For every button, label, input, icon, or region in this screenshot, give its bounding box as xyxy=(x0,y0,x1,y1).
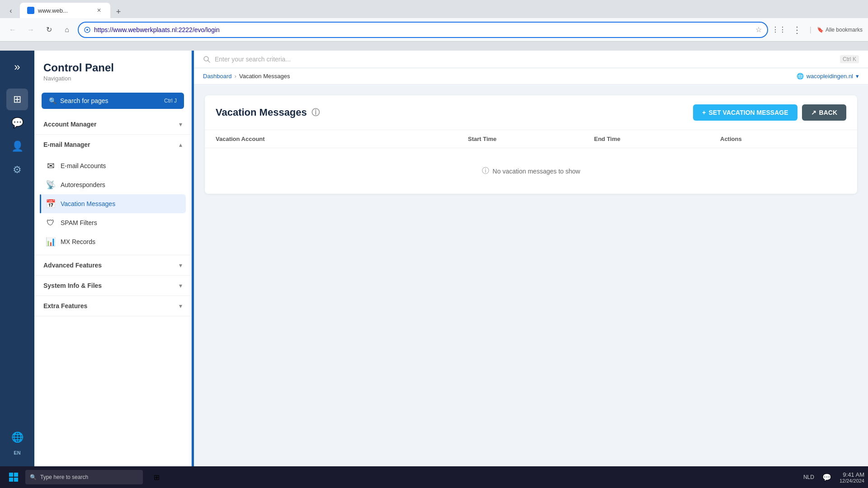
info-icon: ⓘ xyxy=(482,166,489,176)
search-input[interactable] xyxy=(215,56,835,63)
col-vacation-account: Vacation Account xyxy=(216,136,468,142)
secure-icon xyxy=(84,27,90,33)
back-btn[interactable]: ↗ BACK xyxy=(802,104,846,121)
vacation-messages-label: Vacation Messages xyxy=(61,200,115,207)
help-icon[interactable]: ⓘ xyxy=(311,107,320,118)
nav-item-autoresponders[interactable]: 📡 Autoresponders xyxy=(40,175,186,194)
section-extra-features-header[interactable]: Extra Features ▾ xyxy=(34,296,191,316)
nav-item-mx-records[interactable]: 📊 MX Records xyxy=(40,232,186,251)
brand-logo[interactable]: » xyxy=(6,56,28,78)
content-area: Vacation Messages ⓘ + SET VACATION MESSA… xyxy=(194,84,868,488)
start-btn[interactable] xyxy=(4,467,24,487)
autoresponders-icon: 📡 xyxy=(45,179,56,190)
table-empty-state: ⓘ No vacation messages to show xyxy=(205,148,857,194)
breadcrumb-dashboard-link[interactable]: Dashboard xyxy=(203,73,232,80)
svg-point-2 xyxy=(86,29,88,31)
sidebar-icon-grid[interactable]: ⊞ xyxy=(6,89,28,110)
section-extra-features-title: Extra Features xyxy=(43,302,87,310)
url-display: https://www.webwerkplaats.nl:2222/evo/lo… xyxy=(94,26,752,33)
browser-tab-active[interactable]: www.web... ✕ xyxy=(20,3,110,18)
nav-item-spam-filters[interactable]: 🛡 SPAM Filters xyxy=(40,213,186,232)
spam-filters-label: SPAM Filters xyxy=(61,219,97,226)
chevron-down-icon: ▾ xyxy=(179,121,182,128)
taskbar-time: 9:41 AM xyxy=(840,471,864,478)
section-system-info-header[interactable]: System Info & Files ▾ xyxy=(34,276,191,296)
search-shortcut-badge: Ctrl K xyxy=(840,55,859,63)
set-vacation-message-btn[interactable]: + SET VACATION MESSAGE xyxy=(693,104,797,121)
search-icon: 🔍 xyxy=(49,97,57,104)
section-system-info: System Info & Files ▾ xyxy=(34,276,191,296)
back-arrow-icon: ↗ xyxy=(811,109,816,116)
breadcrumb-current: Vacation Messages xyxy=(239,73,290,80)
breadcrumb: Dashboard › Vacation Messages xyxy=(203,73,290,80)
tab-bar: ‹ www.web... ✕ + xyxy=(0,0,868,18)
vacation-messages-card: Vacation Messages ⓘ + SET VACATION MESSA… xyxy=(205,95,857,194)
section-email-manager: E-mail Manager ▴ ✉ E-mail Accounts 📡 Aut… xyxy=(34,135,191,255)
email-accounts-icon: ✉ xyxy=(45,160,56,171)
sidebar-lang[interactable]: EN xyxy=(14,450,20,455)
sidebar-icon-settings[interactable]: ⚙ xyxy=(6,159,28,181)
new-tab-btn[interactable]: + xyxy=(112,5,125,18)
mx-records-label: MX Records xyxy=(61,238,95,245)
domain-selector[interactable]: 🌐 wacopleidingen.nl ▾ xyxy=(797,73,859,80)
tab-close-btn[interactable]: ✕ xyxy=(95,6,103,14)
section-email-manager-header[interactable]: E-mail Manager ▴ xyxy=(34,135,191,155)
extensions-btn[interactable]: ⋮⋮ xyxy=(772,23,786,37)
search-bar: Ctrl K xyxy=(194,51,868,68)
table-header: Vacation Account Start Time End Time Act… xyxy=(205,130,857,148)
svg-line-4 xyxy=(208,61,210,62)
taskbar-date: 12/24/2024 xyxy=(840,478,864,483)
sidebar-icon-chat[interactable]: 💬 xyxy=(6,112,28,134)
chevron-down-icon-extra: ▾ xyxy=(179,302,182,310)
address-bar[interactable]: https://www.webwerkplaats.nl:2222/evo/lo… xyxy=(78,22,768,38)
taskbar-lang: NLD xyxy=(803,474,814,480)
back-btn[interactable]: ← xyxy=(5,23,20,37)
vacation-messages-icon: 📅 xyxy=(45,198,56,209)
section-account-manager-title: Account Manager xyxy=(43,121,96,128)
autoresponders-label: Autoresponders xyxy=(61,181,105,188)
taskbar-app-task-view[interactable]: ⊞ xyxy=(146,467,166,487)
search-pages-btn[interactable]: 🔍 Search for pages Ctrl J xyxy=(42,93,184,109)
globe-small-icon: 🌐 xyxy=(797,73,804,80)
section-extra-features: Extra Features ▾ xyxy=(34,296,191,316)
email-manager-items: ✉ E-mail Accounts 📡 Autoresponders 📅 Vac… xyxy=(34,155,191,255)
section-account-manager-header[interactable]: Account Manager ▾ xyxy=(34,114,191,134)
plus-icon: + xyxy=(702,109,706,116)
nav-title: Control Panel xyxy=(43,61,182,74)
forward-btn[interactable]: → xyxy=(24,23,38,37)
taskbar-notification-icon[interactable]: 💬 xyxy=(820,470,834,484)
header-actions: + SET VACATION MESSAGE ↗ BACK xyxy=(693,104,846,121)
home-btn[interactable]: ⌂ xyxy=(60,23,74,37)
nav-bar: ← → ↻ ⌂ https://www.webwerkplaats.nl:222… xyxy=(0,18,868,42)
bookmarks-icon: 🔖 xyxy=(817,27,824,33)
reload-btn[interactable]: ↻ xyxy=(42,23,56,37)
taskbar-search-box[interactable]: 🔍 Type here to search xyxy=(25,470,143,484)
vacation-table: Vacation Account Start Time End Time Act… xyxy=(205,130,857,194)
email-accounts-label: E-mail Accounts xyxy=(61,162,106,169)
page-title: Vacation Messages ⓘ xyxy=(216,107,320,118)
browser-menu-btn[interactable]: ⋮ xyxy=(790,23,804,37)
back-tabs-btn[interactable]: ‹ xyxy=(4,4,18,18)
sidebar-icon-globe[interactable]: 🌐 xyxy=(6,427,28,448)
domain-chevron-icon: ▾ xyxy=(856,73,859,80)
bookmarks-area: 🔖 Alle bookmarks xyxy=(817,27,863,33)
taskbar: 🔍 Type here to search ⊞ NLD 💬 9:41 AM 12… xyxy=(0,466,868,488)
empty-message: No vacation messages to show xyxy=(493,168,580,175)
nav-item-vacation-messages[interactable]: 📅 Vacation Messages xyxy=(40,194,186,213)
taskbar-apps: ⊞ xyxy=(146,467,166,487)
nav-header: Control Panel Navigation xyxy=(34,51,191,87)
nav-subtitle: Navigation xyxy=(43,75,182,82)
col-start-time: Start Time xyxy=(468,136,594,142)
taskbar-clock[interactable]: 9:41 AM 12/24/2024 xyxy=(840,471,864,483)
search-pages-label: Search for pages xyxy=(60,97,108,104)
col-end-time: End Time xyxy=(594,136,720,142)
page-title-text: Vacation Messages xyxy=(216,107,307,118)
section-advanced-features-header[interactable]: Advanced Features ▾ xyxy=(34,255,191,275)
main-content: Ctrl K Dashboard › Vacation Messages 🌐 w… xyxy=(194,51,868,488)
sidebar-icon-user[interactable]: 👤 xyxy=(6,136,28,157)
card-header: Vacation Messages ⓘ + SET VACATION MESSA… xyxy=(205,95,857,130)
bookmark-star-icon[interactable]: ☆ xyxy=(755,25,762,34)
spam-filters-icon: 🛡 xyxy=(45,217,56,228)
tab-title: www.web... xyxy=(38,7,68,14)
nav-item-email-accounts[interactable]: ✉ E-mail Accounts xyxy=(40,156,186,175)
